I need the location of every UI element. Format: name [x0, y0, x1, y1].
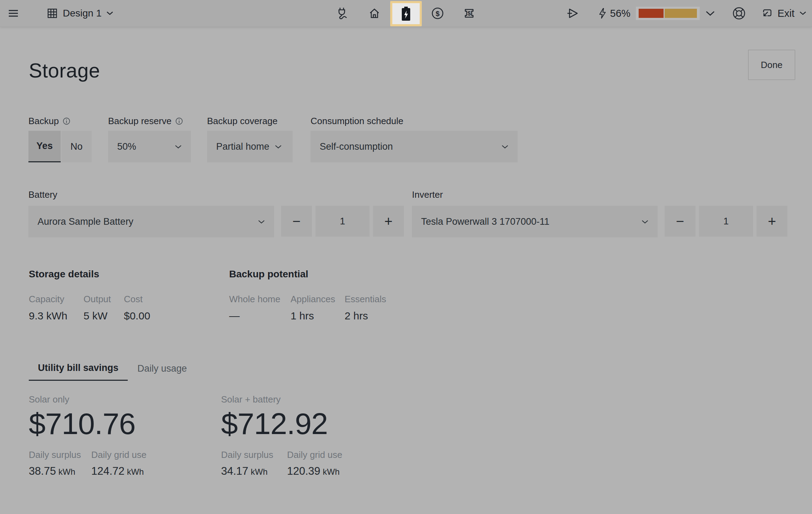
chevron-down-icon: [641, 220, 648, 224]
page-title: Storage: [29, 59, 100, 82]
storage-tab-button-active[interactable]: [390, 1, 422, 26]
inverter-label: Inverter: [412, 189, 787, 200]
inverter-model-select[interactable]: Tesla Powerwall 3 1707000-11: [412, 206, 658, 237]
chevron-down-icon: [175, 145, 182, 149]
consumption-schedule-group: Consumption schedule Self-consumption: [311, 116, 518, 162]
battery-equipment-group: Battery Aurora Sample Battery − 1 +: [28, 189, 404, 237]
dollar-circle-icon: $: [431, 7, 444, 20]
inverter-quantity-decrease-button[interactable]: −: [665, 206, 695, 237]
info-icon[interactable]: [175, 117, 183, 125]
whole-home-stat: Whole home —: [229, 294, 291, 322]
solar-battery-daily-surplus: Daily surplus 34.17 kWh: [221, 449, 287, 478]
lightning-bolt-icon: [598, 8, 607, 19]
solar-only-daily-grid-use: Daily grid use 124.72 kWh: [91, 449, 147, 478]
essentials-stat: Essentials 2 hrs: [345, 294, 386, 322]
consumption-schedule-select[interactable]: Self-consumption: [311, 131, 518, 162]
chevron-down-icon: [275, 145, 282, 149]
backup-potential-section: Backup potential Whole home — Appliances…: [229, 269, 386, 322]
backup-reserve-label: Backup reserve: [108, 116, 172, 127]
solar-battery-savings: Solar + battery $712.92 Daily surplus 34…: [221, 394, 342, 478]
charge-remaining-segment: [665, 9, 697, 18]
backup-group: Backup Yes No: [28, 116, 92, 162]
battery-quantity-value[interactable]: 1: [315, 206, 370, 237]
backup-potential-title: Backup potential: [229, 269, 386, 280]
consumption-schedule-label: Consumption schedule: [311, 116, 404, 127]
charge-progress-bar: [636, 7, 700, 20]
solar-battery-daily-grid-use: Daily grid use 120.39 kWh: [287, 449, 342, 478]
battery-icon: [401, 6, 411, 22]
chevron-down-icon: [501, 145, 508, 149]
solar-only-daily-surplus: Daily surplus 38.75 kWh: [29, 449, 91, 478]
pricing-tab-button[interactable]: $: [431, 7, 444, 20]
hamburger-icon: [8, 9, 18, 17]
toolbar-right: 56%: [567, 0, 808, 27]
grid-icon: [46, 7, 58, 19]
battery-charge-indicator: 56%: [598, 8, 631, 19]
cost-stat: Cost $0.00: [124, 294, 150, 322]
design-selector[interactable]: Design 1: [46, 7, 113, 19]
chevron-down-icon: [706, 11, 715, 16]
solar-only-amount: $710.76: [29, 408, 147, 440]
run-arrow-icon: [567, 8, 579, 19]
charge-used-segment: [639, 9, 664, 18]
charge-percent-label: 56%: [610, 8, 631, 19]
backup-coverage-label: Backup coverage: [207, 116, 278, 127]
tab-daily-usage[interactable]: Daily usage: [136, 363, 188, 381]
bank-dollar-icon: $: [462, 7, 476, 20]
hamburger-menu-button[interactable]: [8, 9, 18, 17]
backup-coverage-value: Partial home: [216, 141, 269, 152]
lifebuoy-help-icon: [732, 7, 746, 20]
backup-yes-button[interactable]: Yes: [28, 131, 61, 162]
charge-dropdown-button[interactable]: [706, 11, 715, 16]
battery-quantity-increase-button[interactable]: +: [373, 206, 404, 237]
exit-menu[interactable]: Exit: [762, 8, 808, 19]
backup-coverage-group: Backup coverage Partial home: [207, 116, 293, 162]
site-tab-button[interactable]: [369, 8, 380, 19]
backup-toggle: Yes No: [28, 131, 92, 162]
solar-only-savings: Solar only $710.76 Daily surplus 38.75 k…: [29, 394, 147, 478]
toolbar-left: Design 1: [8, 0, 113, 27]
svg-text:$: $: [435, 10, 439, 18]
info-icon[interactable]: [63, 117, 70, 125]
savings-tabs: Utility bill savings Daily usage: [29, 363, 188, 381]
help-button[interactable]: [732, 7, 746, 20]
inverter-quantity-increase-button[interactable]: +: [757, 206, 787, 237]
inverter-quantity-value[interactable]: 1: [699, 206, 753, 237]
inverter-equipment-group: Inverter Tesla Powerwall 3 1707000-11 − …: [412, 189, 787, 237]
storage-details-title: Storage details: [29, 269, 150, 280]
appliances-stat: Appliances 1 hrs: [291, 294, 345, 322]
simulate-button[interactable]: [567, 8, 579, 19]
backup-no-button[interactable]: No: [61, 131, 92, 162]
chevron-down-icon: [106, 11, 113, 15]
electrical-tab-button[interactable]: [336, 7, 350, 20]
battery-quantity-decrease-button[interactable]: −: [281, 206, 312, 237]
financing-tab-button[interactable]: $: [462, 7, 476, 20]
chevron-down-icon: [258, 220, 265, 224]
svg-text:$: $: [467, 10, 471, 17]
consumption-schedule-value: Self-consumption: [320, 141, 393, 152]
solar-only-label: Solar only: [29, 394, 147, 405]
design-mode-tabs: $ $: [327, 0, 485, 27]
battery-label: Battery: [28, 189, 404, 200]
backup-coverage-select[interactable]: Partial home: [207, 131, 293, 162]
solar-battery-label: Solar + battery: [221, 394, 342, 405]
plug-icon: [336, 7, 350, 20]
exit-label: Exit: [778, 8, 794, 19]
storage-details-section: Storage details Capacity 9.3 kWh Output …: [29, 269, 150, 322]
backup-reserve-value: 50%: [117, 141, 136, 152]
backup-label: Backup: [28, 116, 59, 127]
chevron-down-icon: [799, 11, 806, 15]
battery-model-value: Aurora Sample Battery: [38, 216, 133, 227]
output-stat: Output 5 kW: [84, 294, 124, 322]
solar-battery-amount: $712.92: [221, 408, 342, 440]
inverter-model-value: Tesla Powerwall 3 1707000-11: [421, 216, 550, 227]
tab-utility-bill-savings[interactable]: Utility bill savings: [29, 363, 128, 381]
battery-model-select[interactable]: Aurora Sample Battery: [28, 206, 274, 237]
design-name-label: Design 1: [63, 8, 102, 19]
done-button[interactable]: Done: [748, 50, 795, 80]
backup-reserve-select[interactable]: 50%: [108, 131, 191, 162]
exit-icon: [762, 8, 773, 19]
home-icon: [369, 8, 380, 19]
capacity-stat: Capacity 9.3 kWh: [29, 294, 84, 322]
top-toolbar: Design 1: [0, 0, 812, 27]
